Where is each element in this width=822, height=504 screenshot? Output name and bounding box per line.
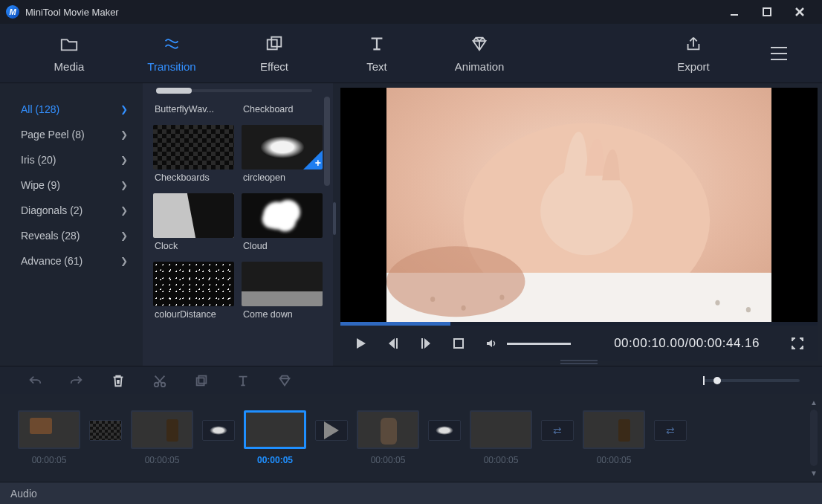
menu-button[interactable] <box>764 45 794 62</box>
frame-back-button[interactable] <box>385 335 401 352</box>
text-tool-button[interactable] <box>235 372 251 389</box>
preview-screen[interactable] <box>340 88 818 326</box>
gallery-item[interactable]: Come down <box>242 262 323 326</box>
export-label: Export <box>677 60 709 73</box>
timeline-transition[interactable] <box>89 420 122 441</box>
stop-button[interactable] <box>450 335 467 352</box>
chevron-right-icon: ❯ <box>120 205 128 216</box>
gallery-item[interactable]: Cloud <box>242 193 323 257</box>
main-area: All (128)❯ Page Peel (8)❯ Iris (20)❯ Wip… <box>0 83 822 366</box>
sidebar-item-diagonals[interactable]: Diagonals (2)❯ <box>0 198 143 223</box>
timeline-clip[interactable]: 00:00:05 <box>357 410 419 465</box>
timeline-transition[interactable]: ⇄ <box>654 420 687 441</box>
timeline-transition[interactable]: ⇄ <box>541 420 574 441</box>
tab-transition[interactable]: Transition <box>131 33 213 73</box>
sidebar-item-label: Wipe (9) <box>21 179 60 191</box>
gallery-item[interactable]: Clock <box>153 193 234 257</box>
preview-progress[interactable] <box>340 322 818 326</box>
redo-button[interactable] <box>68 372 85 389</box>
svg-point-16 <box>715 300 719 306</box>
gallery-item[interactable]: Checkboard <box>242 101 323 120</box>
undo-button[interactable] <box>27 372 43 389</box>
frame-forward-button[interactable] <box>418 335 434 352</box>
tab-media[interactable]: Media <box>28 33 110 73</box>
sidebar-item-label: Reveals (28) <box>21 230 80 242</box>
tab-text[interactable]: Text <box>336 33 418 73</box>
sidebar-item-reveals[interactable]: Reveals (28)❯ <box>0 223 143 248</box>
volume-button[interactable] <box>483 335 499 352</box>
timeline-clip[interactable]: 00:00:05 <box>470 410 532 465</box>
thumbnail-clock <box>153 193 234 238</box>
timeline-transition[interactable] <box>202 420 235 441</box>
svg-rect-5 <box>271 37 281 47</box>
crop-button[interactable] <box>193 372 210 389</box>
delete-button[interactable] <box>110 372 126 389</box>
gallery-item-label: Cloud <box>243 241 323 253</box>
clip-timestamp: 00:00:05 <box>597 455 632 465</box>
timeline-vscroll[interactable]: ▲ ▼ <box>809 398 819 477</box>
sidebar-item-iris[interactable]: Iris (20)❯ <box>0 147 143 172</box>
add-icon[interactable]: + <box>315 157 321 169</box>
timeline-clip[interactable]: 00:00:05 <box>131 410 193 465</box>
close-button[interactable] <box>783 0 816 24</box>
sidebar-item-wipe[interactable]: Wipe (9)❯ <box>0 172 143 198</box>
category-sidebar: All (128)❯ Page Peel (8)❯ Iris (20)❯ Wip… <box>0 83 143 366</box>
svg-rect-25 <box>198 375 206 383</box>
gallery-item[interactable]: colourDistance <box>153 262 234 326</box>
transition-gallery: ButterflyWav... Checkboard Checkboards +… <box>143 83 333 366</box>
maximize-button[interactable] <box>751 0 783 24</box>
timeline-transition[interactable] <box>428 420 461 441</box>
scroll-up-icon[interactable]: ▲ <box>810 398 818 407</box>
sidebar-item-label: Page Peel (8) <box>21 129 85 140</box>
volume-slider[interactable] <box>507 343 571 345</box>
wedge-icon <box>324 421 339 439</box>
panel-resize-handle[interactable] <box>560 360 598 364</box>
app-logo-icon: M <box>6 5 19 19</box>
split-button[interactable] <box>152 372 168 389</box>
timeline[interactable]: 00:00:05 00:00:05 00:00:05 00:00:05 00:0… <box>0 394 822 482</box>
gallery-item-label: ButterflyWav... <box>155 104 234 116</box>
scroll-down-icon[interactable]: ▼ <box>810 469 818 477</box>
tab-label: Animation <box>455 60 505 73</box>
export-icon <box>684 33 703 54</box>
svg-rect-4 <box>268 39 277 49</box>
tab-animation[interactable]: Animation <box>438 33 520 73</box>
gallery-hscroll[interactable] <box>156 89 312 92</box>
clip-thumbnail <box>244 410 306 449</box>
edit-toolbar <box>0 366 822 394</box>
gallery-item-label: Come down <box>243 309 323 321</box>
splitter-handle[interactable] <box>333 83 337 366</box>
play-button[interactable] <box>352 335 369 352</box>
export-button[interactable]: Export <box>653 33 734 73</box>
gallery-item-label: Clock <box>155 241 234 253</box>
svg-rect-21 <box>454 339 463 348</box>
chevron-right-icon: ❯ <box>120 256 128 266</box>
tab-effect[interactable]: Effect <box>233 33 315 73</box>
sidebar-item-advance[interactable]: Advance (61)❯ <box>0 248 143 274</box>
chevron-right-icon: ❯ <box>120 155 128 165</box>
thumbnail-checkboards <box>153 125 234 169</box>
timeline-clip-selected[interactable]: 00:00:05 <box>244 410 306 465</box>
timeline-transition[interactable] <box>315 420 348 441</box>
gallery-vscroll[interactable] <box>324 97 330 361</box>
gallery-item[interactable]: + circleopen <box>242 125 323 189</box>
gallery-item[interactable]: ButterflyWav... <box>153 101 234 120</box>
sidebar-item-all[interactable]: All (128)❯ <box>0 97 143 122</box>
clip-thumbnail <box>18 410 80 449</box>
main-toolbar: Media Transition Effect Text Animation E… <box>0 24 822 83</box>
preview-controls: 00:00:10.00/00:00:44.16 <box>340 326 818 361</box>
gallery-item-label: Checkboard <box>243 104 323 116</box>
clip-thumbnail <box>470 410 532 449</box>
animation-tool-button[interactable] <box>276 372 293 389</box>
zoom-slider[interactable] <box>703 379 800 382</box>
sidebar-item-pagepeel[interactable]: Page Peel (8)❯ <box>0 122 143 147</box>
minimize-button[interactable] <box>718 0 751 24</box>
svg-point-18 <box>386 246 525 317</box>
fullscreen-button[interactable] <box>789 335 806 352</box>
swap-icon: ⇄ <box>666 424 675 436</box>
folder-icon <box>59 33 79 54</box>
timeline-clip[interactable]: 00:00:05 <box>18 410 80 465</box>
gallery-item[interactable]: Checkboards <box>153 125 234 189</box>
timeline-clip[interactable]: 00:00:05 <box>583 410 645 465</box>
audio-track[interactable]: Audio <box>0 482 822 504</box>
